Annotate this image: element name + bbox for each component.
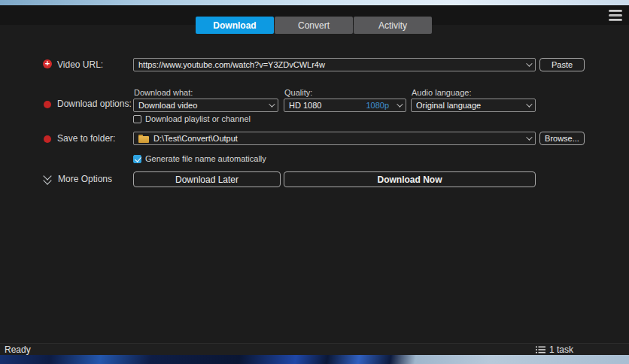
tab-bar: Download Convert Activity [196,17,433,34]
required-dot-icon [44,135,51,143]
quality-resolution-badge: 1080p [366,101,389,110]
save-folder-combobox[interactable]: D:\Test\Convert\Output [133,132,536,145]
required-dot-icon [44,101,51,108]
app-window: Download Convert Activity + Video URL: h… [0,5,629,355]
video-url-value: https://www.youtube.com/watch?v=Y3ZDvCWL… [138,60,521,69]
audio-language-value: Original language [416,101,521,110]
download-later-button[interactable]: Download Later [133,171,281,187]
video-url-label: Video URL: [57,59,103,70]
task-count-text: 1 task [549,344,573,355]
audio-language-label: Audio language: [412,88,472,97]
browse-button[interactable]: Browse... [539,132,585,145]
autoname-checkbox-label: Generate file name automatically [145,154,266,163]
download-now-button[interactable]: Download Now [284,171,536,187]
menu-hamburger-icon[interactable] [609,10,622,21]
status-bar: Ready 1 task [0,343,629,355]
desktop-wallpaper-bottom [0,355,629,364]
tab-download[interactable]: Download [196,17,274,34]
autoname-checkbox[interactable] [133,155,141,163]
chevron-down-icon[interactable] [526,101,532,107]
download-what-label: Download what: [134,88,193,97]
quality-label: Quality: [284,88,312,97]
video-url-combobox[interactable]: https://www.youtube.com/watch?v=Y3ZDvCWL… [133,58,536,71]
status-ready-text: Ready [5,344,31,355]
paste-button[interactable]: Paste [539,58,585,71]
download-what-value: Download video [138,101,264,110]
tab-convert[interactable]: Convert [275,17,353,34]
save-folder-label: Save to folder: [57,133,115,144]
folder-icon [138,135,149,143]
chevron-down-icon[interactable] [526,60,532,66]
save-folder-value: D:\Test\Convert\Output [153,134,521,143]
quality-value: HD 1080 [289,101,366,110]
task-counter[interactable]: 1 task [536,344,573,355]
tab-activity[interactable]: Activity [354,17,432,34]
playlist-checkbox-row[interactable]: Download playlist or channel [133,114,251,123]
more-options-chevrons-icon[interactable] [43,173,53,185]
download-what-select[interactable]: Download video [133,99,278,112]
desktop-wallpaper-top [0,0,629,5]
playlist-checkbox-label: Download playlist or channel [145,114,251,123]
task-list-icon [536,346,545,353]
screen: Download Convert Activity + Video URL: h… [0,0,629,364]
audio-language-select[interactable]: Original language [411,99,536,112]
playlist-checkbox[interactable] [133,115,141,123]
autoname-checkbox-row[interactable]: Generate file name automatically [133,154,266,163]
download-options-label: Download options: [57,99,132,109]
quality-select[interactable]: HD 1080 1080p [284,99,406,112]
chevron-down-icon[interactable] [269,101,275,107]
chevron-down-icon[interactable] [397,101,403,107]
more-options-label[interactable]: More Options [58,174,112,184]
required-plus-icon: + [43,59,52,68]
chevron-down-icon[interactable] [526,134,532,140]
